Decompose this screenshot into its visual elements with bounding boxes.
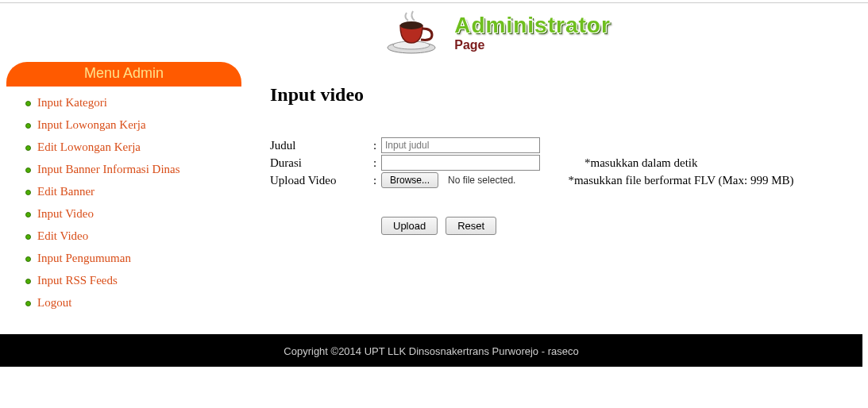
upload-button[interactable]: Upload	[381, 217, 438, 235]
sidebar-item-input-lowongan-kerja[interactable]: Input Lowongan Kerja	[25, 114, 246, 136]
sidebar-link[interactable]: Edit Lowongan Kerja	[37, 140, 141, 153]
bullet-icon	[25, 190, 31, 195]
page-title: Input video	[270, 84, 852, 106]
bullet-icon	[25, 167, 31, 173]
no-file-text: No file selected.	[448, 175, 515, 186]
app-subtitle: Page	[454, 38, 611, 52]
main-content: Input video Judul : Durasi : *masukkan d…	[246, 62, 868, 235]
sidebar-item-input-rss-feeds[interactable]: Input RSS Feeds	[25, 269, 246, 291]
sidebar-link[interactable]: Input RSS Feeds	[37, 274, 118, 287]
sidebar-heading: Menu Admin	[6, 62, 241, 87]
sidebar-link[interactable]: Logout	[37, 296, 71, 309]
sidebar-link[interactable]: Input Kategori	[37, 96, 107, 109]
sidebar-link[interactable]: Input Video	[37, 207, 94, 220]
sidebar-item-edit-lowongan-kerja[interactable]: Edit Lowongan Kerja	[25, 136, 246, 158]
footer-text: Copyright ©2014 UPT LLK Dinsosnakertrans…	[284, 345, 578, 357]
sidebar-menu: Input Kategori Input Lowongan Kerja Edit…	[6, 87, 246, 314]
coffee-cup-icon	[384, 8, 445, 59]
sidebar: Menu Admin Input Kategori Input Lowongan…	[0, 62, 246, 314]
upload-hint: *masukkan file berformat FLV (Max: 999 M…	[568, 174, 793, 187]
sidebar-link[interactable]: Input Lowongan Kerja	[37, 118, 146, 131]
bullet-icon	[25, 212, 31, 217]
judul-label: Judul	[270, 139, 373, 152]
bullet-icon	[25, 123, 31, 129]
sidebar-link[interactable]: Input Banner Informasi Dinas	[37, 163, 180, 175]
colon: :	[373, 139, 381, 152]
sidebar-item-input-banner-informasi-dinas[interactable]: Input Banner Informasi Dinas	[25, 158, 246, 180]
bullet-icon	[25, 279, 31, 284]
bullet-icon	[25, 145, 31, 151]
durasi-input[interactable]	[381, 155, 540, 171]
durasi-label: Durasi	[270, 156, 373, 170]
sidebar-link[interactable]: Edit Video	[37, 229, 88, 242]
sidebar-item-edit-banner[interactable]: Edit Banner	[25, 180, 246, 202]
bullet-icon	[25, 256, 31, 262]
colon: :	[373, 156, 381, 170]
sidebar-link[interactable]: Input Pengumuman	[37, 252, 131, 264]
upload-video-label: Upload Video	[270, 174, 373, 187]
sidebar-item-input-video[interactable]: Input Video	[25, 202, 246, 225]
sidebar-item-input-pengumuman[interactable]: Input Pengumuman	[25, 247, 246, 269]
header: Administrator Page	[0, 3, 868, 62]
browse-button[interactable]: Browse...	[381, 172, 438, 188]
bullet-icon	[25, 101, 31, 106]
colon: :	[373, 174, 381, 187]
bullet-icon	[25, 301, 31, 306]
durasi-hint: *masukkan dalam detik	[584, 156, 697, 170]
sidebar-item-logout[interactable]: Logout	[25, 291, 246, 314]
reset-button[interactable]: Reset	[446, 217, 496, 235]
sidebar-item-edit-video[interactable]: Edit Video	[25, 225, 246, 247]
judul-input[interactable]	[381, 137, 540, 153]
sidebar-item-input-kategori[interactable]: Input Kategori	[25, 91, 246, 114]
bullet-icon	[25, 234, 31, 240]
sidebar-link[interactable]: Edit Banner	[37, 185, 95, 198]
app-title: Administrator	[454, 14, 611, 37]
footer: Copyright ©2014 UPT LLK Dinsosnakertrans…	[0, 334, 862, 367]
svg-point-2	[400, 21, 422, 29]
